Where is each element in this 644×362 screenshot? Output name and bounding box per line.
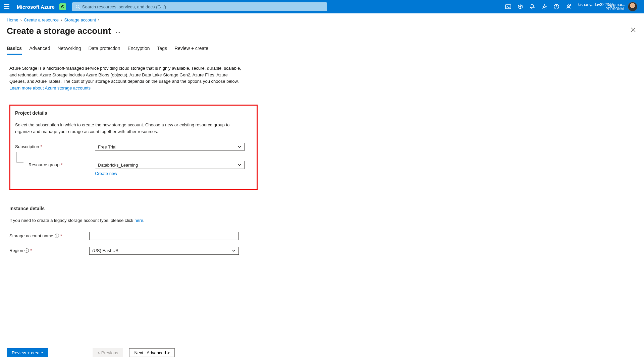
svg-line-3 bbox=[78, 8, 80, 9]
search-icon bbox=[75, 4, 80, 9]
chevron-right-icon: › bbox=[20, 17, 22, 22]
breadcrumb: Home › Create a resource › Storage accou… bbox=[0, 13, 644, 24]
close-icon[interactable] bbox=[631, 27, 636, 34]
search-input[interactable] bbox=[82, 4, 324, 9]
breadcrumb-home[interactable]: Home bbox=[7, 17, 18, 22]
more-actions-icon[interactable]: ⋯ bbox=[116, 30, 121, 35]
search-input-wrap[interactable] bbox=[72, 2, 327, 11]
notifications-icon[interactable] bbox=[529, 4, 535, 10]
cloud-shell-icon[interactable] bbox=[505, 4, 511, 10]
breadcrumb-storage-account[interactable]: Storage account bbox=[64, 17, 96, 22]
topbar-actions: kishanyadav3223@gmai... PERSONAL bbox=[501, 2, 641, 11]
page-header: Create a storage account ⋯ bbox=[0, 24, 644, 36]
tab-advanced[interactable]: Advanced bbox=[29, 46, 50, 55]
svg-point-5 bbox=[543, 6, 545, 8]
page-title: Create a storage account bbox=[7, 26, 111, 36]
tab-encryption[interactable]: Encryption bbox=[127, 46, 150, 55]
svg-point-2 bbox=[76, 5, 79, 8]
account-menu[interactable]: kishanyadav3223@gmai... PERSONAL bbox=[578, 2, 637, 11]
svg-rect-4 bbox=[505, 5, 511, 9]
global-topbar: Microsoft Azure kishanyadav3223@gmai... … bbox=[0, 0, 644, 13]
preview-badge-icon[interactable] bbox=[59, 3, 66, 10]
help-icon[interactable] bbox=[553, 4, 559, 10]
tab-data-protection[interactable]: Data protection bbox=[88, 46, 120, 55]
avatar-icon bbox=[628, 2, 637, 11]
account-directory: PERSONAL bbox=[578, 7, 625, 11]
tab-review-create[interactable]: Review + create bbox=[174, 46, 208, 55]
menu-toggle-button[interactable] bbox=[3, 3, 11, 11]
directories-icon[interactable] bbox=[517, 4, 523, 10]
settings-gear-icon[interactable] bbox=[541, 4, 547, 10]
chevron-right-icon: › bbox=[98, 17, 99, 22]
brand-label[interactable]: Microsoft Azure bbox=[17, 4, 55, 10]
wizard-tabs: Basics Advanced Networking Data protecti… bbox=[0, 36, 644, 55]
global-search bbox=[72, 2, 327, 11]
account-text: kishanyadav3223@gmai... PERSONAL bbox=[578, 3, 625, 11]
svg-point-7 bbox=[568, 5, 570, 7]
tab-networking[interactable]: Networking bbox=[57, 46, 81, 55]
breadcrumb-create-resource[interactable]: Create a resource bbox=[24, 17, 59, 22]
tab-tags[interactable]: Tags bbox=[157, 46, 167, 55]
tab-basics[interactable]: Basics bbox=[7, 46, 22, 55]
chevron-right-icon: › bbox=[61, 17, 62, 22]
feedback-icon[interactable] bbox=[566, 4, 572, 10]
account-email: kishanyadav3223@gmai... bbox=[578, 3, 625, 7]
